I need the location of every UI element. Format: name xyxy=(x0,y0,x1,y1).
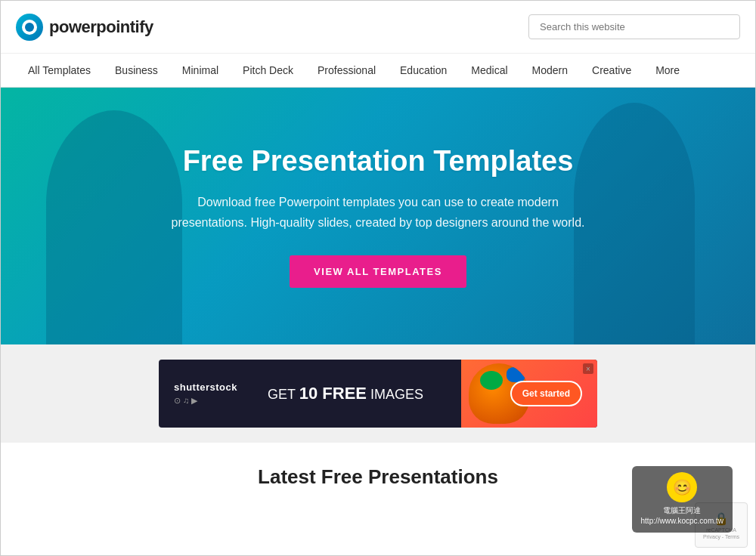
latest-title: Latest Free Presentations xyxy=(16,465,740,489)
nav-link-medical[interactable]: Medical xyxy=(459,54,519,87)
nav-item-modern[interactable]: Modern xyxy=(520,54,580,87)
nav-link-all-templates[interactable]: All Templates xyxy=(16,54,103,87)
hero-banner: Free Presentation Templates Download fre… xyxy=(1,88,755,344)
nav-link-more[interactable]: More xyxy=(643,54,692,87)
nav-item-pitch-deck[interactable]: Pitch Deck xyxy=(231,54,305,87)
ad-banner: shutterstock ⊙ ♫ ▶ GET 10 FREE IMAGES Ge… xyxy=(159,360,597,428)
nav-item-minimal[interactable]: Minimal xyxy=(170,54,231,87)
ad-brand-icons: ⊙ ♫ ▶ xyxy=(174,396,237,406)
nav-item-business[interactable]: Business xyxy=(103,54,170,87)
ad-brand-name: shutterstock xyxy=(174,381,237,393)
recaptcha-badge: 🔒 reCAPTCHA Privacy - Terms xyxy=(695,502,748,548)
site-logo-text: powerpointify xyxy=(49,17,153,37)
latest-section: Latest Free Presentations xyxy=(1,443,755,504)
ad-headline-bold: 10 FREE xyxy=(299,384,367,403)
nav-item-all-templates[interactable]: All Templates xyxy=(16,54,103,87)
nav-link-creative[interactable]: Creative xyxy=(580,54,643,87)
ad-section: shutterstock ⊙ ♫ ▶ GET 10 FREE IMAGES Ge… xyxy=(1,344,755,443)
recaptcha-label: reCAPTCHA xyxy=(706,527,736,533)
ad-brand-area: shutterstock ⊙ ♫ ▶ xyxy=(159,370,253,417)
nav-item-education[interactable]: Education xyxy=(388,54,459,87)
nav-link-education[interactable]: Education xyxy=(388,54,459,87)
hero-title: Free Presentation Templates xyxy=(159,144,597,179)
hero-subtitle: Download free Powerpoint templates you c… xyxy=(159,192,597,233)
nav-link-pitch-deck[interactable]: Pitch Deck xyxy=(231,54,305,87)
nav-item-more[interactable]: More xyxy=(643,54,692,87)
nav-item-creative[interactable]: Creative xyxy=(580,54,643,87)
nav-link-professional[interactable]: Professional xyxy=(305,54,388,87)
recaptcha-subtext: Privacy - Terms xyxy=(703,534,739,539)
hero-cta-button[interactable]: VIEW ALL TEMPLATES xyxy=(290,255,466,288)
ad-headline: GET 10 FREE IMAGES xyxy=(253,384,461,403)
nav-item-professional[interactable]: Professional xyxy=(305,54,388,87)
ad-close-button[interactable]: × xyxy=(583,363,593,374)
logo-area: powerpointify xyxy=(16,14,153,41)
nav-link-modern[interactable]: Modern xyxy=(520,54,580,87)
browser-frame: powerpointify All Templates Business Min… xyxy=(0,0,756,556)
search-input[interactable] xyxy=(528,14,740,39)
site-logo-icon xyxy=(16,14,43,41)
ad-headline-text: GET 10 FREE IMAGES xyxy=(268,387,423,402)
nav-link-minimal[interactable]: Minimal xyxy=(170,54,231,87)
nav-list: All Templates Business Minimal Pitch Dec… xyxy=(16,54,740,87)
ad-cta-area: Get started × xyxy=(461,360,597,428)
main-nav: All Templates Business Minimal Pitch Dec… xyxy=(1,54,755,88)
recaptcha-logo-icon: 🔒 xyxy=(714,511,729,526)
hero-content: Free Presentation Templates Download fre… xyxy=(144,129,612,304)
nav-link-business[interactable]: Business xyxy=(103,54,170,87)
nav-item-medical[interactable]: Medical xyxy=(459,54,519,87)
site-header: powerpointify xyxy=(1,1,755,54)
ad-cta-button[interactable]: Get started xyxy=(510,381,582,406)
